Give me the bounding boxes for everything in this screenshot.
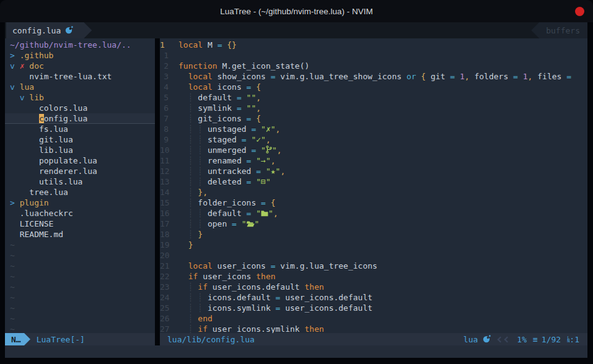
- editor-line[interactable]: 12 ┊ ┊ untracked = "★",: [160, 166, 587, 176]
- line-number: 13: [160, 176, 169, 187]
- editor-line[interactable]: 18 ┊ }: [160, 229, 587, 240]
- editor-line[interactable]: 9 ┊ ┊ staged = "✓",: [160, 134, 587, 145]
- code-text: ┊ end: [178, 314, 213, 323]
- tree-row[interactable]: lib.lua: [5, 145, 155, 155]
- line-number: 22: [160, 271, 169, 282]
- command-line[interactable]: [5, 345, 587, 358]
- editor-line[interactable]: 20: [160, 250, 587, 261]
- tab-config-lua[interactable]: config.lua: [6, 22, 92, 38]
- editor-line[interactable]: 22 if user_icons then: [160, 271, 587, 282]
- line-number: 6: [160, 103, 169, 113]
- editor-line[interactable]: 23 ┊ if user_icons.default then: [160, 282, 587, 292]
- editor-line[interactable]: 21 local user_icons = vim.g.lua_tree_ico…: [160, 261, 587, 271]
- editor-line[interactable]: 16 ┊ ┊ default = "",: [160, 208, 587, 219]
- line-number: 9: [160, 134, 169, 145]
- editor-line[interactable]: 4 local icons = {: [160, 82, 587, 92]
- lua-icon: [65, 26, 73, 35]
- editor-line[interactable]: 1: [160, 50, 587, 61]
- tree-row[interactable]: config.lua: [5, 113, 155, 124]
- close-button[interactable]: [575, 7, 584, 16]
- statusline-tree: N… LuaTree[-]: [5, 333, 155, 345]
- line-number: 11: [160, 155, 169, 166]
- tree-row[interactable]: v lua: [5, 82, 155, 92]
- line-number: 24: [160, 292, 169, 303]
- tree-row[interactable]: LICENSE: [5, 219, 155, 229]
- editor-line[interactable]: 2function M.get_icon_state(): [160, 61, 587, 71]
- buffers-label[interactable]: buffers: [531, 22, 587, 38]
- chevron-icon: v: [20, 93, 30, 102]
- editor-buffer[interactable]: 1local M = {}12function M.get_icon_state…: [160, 38, 587, 333]
- editor-line[interactable]: 17 ┊ ┊ open = "": [160, 219, 587, 229]
- file-tree[interactable]: ~/github/nvim-tree.lua/..> .githubv ✗ do…: [5, 38, 155, 333]
- folder-icon: [261, 208, 268, 219]
- mode-badge: N…: [5, 333, 24, 345]
- editor-line[interactable]: 11 ┊ ┊ renamed = "→",: [160, 155, 587, 166]
- tree-row[interactable]: > plugin: [5, 197, 155, 208]
- editor-line[interactable]: 5 ┊ default = "",: [160, 92, 587, 103]
- lua-icon: [483, 335, 491, 344]
- editor-line[interactable]: 24 ┊ ┊ icons.default = user_icons.defaul…: [160, 292, 587, 303]
- tab-label: config.lua: [12, 26, 61, 35]
- line-number: 10: [160, 145, 169, 155]
- tree-row[interactable]: colors.lua: [5, 103, 155, 113]
- tree-root[interactable]: ~/github/nvim-tree.lua/..: [5, 40, 155, 50]
- tree-row[interactable]: renderer.lua: [5, 166, 155, 176]
- tree-row[interactable]: populate.lua: [5, 155, 155, 166]
- editor-line[interactable]: 27 ┊ if user_icons.symlink then: [160, 324, 587, 333]
- code-text: ┊ ┊ staged = "✓",: [178, 135, 271, 144]
- statusline-tree-title: LuaTree[-]: [37, 335, 85, 344]
- empty-line-tilde: ~: [5, 324, 155, 333]
- tree-row[interactable]: tree.lua: [5, 187, 155, 197]
- empty-line-tilde: ~: [5, 303, 155, 313]
- chevron-icon: v: [10, 61, 20, 71]
- line-number: 2: [160, 61, 169, 71]
- line-number: 25: [160, 303, 169, 313]
- editor-line[interactable]: 8 ┊ ┊ unstaged = "✗",: [160, 124, 587, 134]
- tree-row[interactable]: nvim-tree-lua.txt: [5, 71, 155, 82]
- tree-row[interactable]: v lib: [5, 92, 155, 103]
- editor-line[interactable]: 10 ┊ ┊ unmerged = "",: [160, 145, 587, 155]
- code-text: ┊ default = "",: [178, 93, 261, 102]
- line-number: 23: [160, 282, 169, 292]
- lines-icon: ≡: [533, 335, 538, 344]
- editor-line[interactable]: 15 ┊ folder_icons = {: [160, 197, 587, 208]
- code-text: ┊ ┊ renamed = "→",: [178, 156, 276, 165]
- tree-row[interactable]: .luacheckrc: [5, 208, 155, 219]
- editor-line[interactable]: 14 ┊ },: [160, 187, 587, 197]
- editor-line[interactable]: 25 ┊ ┊ icons.symlink = user_icons.defaul…: [160, 303, 587, 313]
- tree-row[interactable]: > .github: [5, 50, 155, 61]
- tree-row[interactable]: fs.lua: [5, 124, 155, 134]
- empty-line-tilde: ~: [5, 282, 155, 292]
- statusline-progress: 1%: [517, 335, 527, 344]
- editor-line[interactable]: 6 ┊ symlink = "",: [160, 103, 587, 113]
- nvim-window: config.lua buffers ~/github/nvim-tree.lu…: [5, 22, 587, 357]
- code-text: ┊ ┊ unmerged = "",: [178, 145, 282, 155]
- statusline: N… LuaTree[-] lua/lib/config.lua lua 1% …: [5, 333, 587, 345]
- editor-line[interactable]: 19 }: [160, 240, 587, 250]
- chevron-icon: >: [10, 198, 20, 207]
- line-number: 17: [160, 219, 169, 229]
- editor-line[interactable]: 7 ┊ git_icons = {: [160, 113, 587, 124]
- empty-line-tilde: ~: [5, 261, 155, 271]
- line-number: 7: [160, 113, 169, 124]
- tabline-spacer: [92, 22, 531, 38]
- editor-line[interactable]: 1local M = {}: [160, 40, 587, 50]
- tree-row[interactable]: README.md: [5, 229, 155, 240]
- editor-line[interactable]: 13 ┊ ┊ deleted = "⊟": [160, 176, 587, 187]
- editor-line[interactable]: 26 ┊ end: [160, 313, 587, 324]
- editor-line[interactable]: 3 local show_icons = vim.g.lua_tree_show…: [160, 71, 587, 82]
- separator-chevron-icon: [504, 336, 511, 342]
- line-number: 5: [160, 92, 169, 103]
- empty-line-tilde: ~: [5, 240, 155, 250]
- tree-row[interactable]: v ✗ doc: [5, 61, 155, 71]
- code-text: ┊ if user_icons.default then: [178, 282, 324, 292]
- code-text: local show_icons = vim.g.lua_tree_show_i…: [178, 72, 571, 81]
- tree-row[interactable]: git.lua: [5, 134, 155, 145]
- code-text: ┊ ┊ deleted = "⊟": [178, 177, 271, 186]
- git-branch-icon: [266, 145, 272, 155]
- window-separator[interactable]: [155, 38, 160, 333]
- code-text: ┊ ┊ unstaged = "✗",: [178, 124, 280, 134]
- titlebar[interactable]: LuaTree - (~/github/nvim-tree.lua) - NVI…: [0, 0, 593, 22]
- tree-row[interactable]: utils.lua: [5, 176, 155, 187]
- code-text: }: [178, 240, 193, 249]
